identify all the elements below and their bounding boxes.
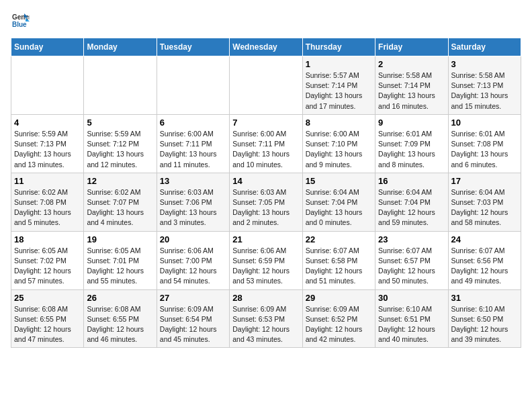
day-number: 2 bbox=[378, 59, 445, 69]
day-number: 19 bbox=[87, 234, 153, 244]
calendar-day-cell: 11Sunrise: 6:02 AM Sunset: 7:08 PM Dayli… bbox=[11, 173, 84, 231]
calendar-day-cell: 13Sunrise: 6:03 AM Sunset: 7:06 PM Dayli… bbox=[157, 173, 229, 231]
calendar-day-cell: 2Sunrise: 5:58 AM Sunset: 7:14 PM Daylig… bbox=[375, 56, 448, 115]
day-info: Sunrise: 6:06 AM Sunset: 6:59 PM Dayligh… bbox=[232, 246, 299, 287]
day-info: Sunrise: 6:07 AM Sunset: 6:57 PM Dayligh… bbox=[378, 246, 445, 287]
calendar-day-cell: 24Sunrise: 6:07 AM Sunset: 6:56 PM Dayli… bbox=[448, 231, 521, 289]
day-number: 4 bbox=[14, 118, 81, 128]
calendar-day-cell: 21Sunrise: 6:06 AM Sunset: 6:59 PM Dayli… bbox=[230, 231, 302, 289]
calendar-day-cell: 16Sunrise: 6:04 AM Sunset: 7:04 PM Dayli… bbox=[375, 173, 448, 231]
calendar-week-row: 11Sunrise: 6:02 AM Sunset: 7:08 PM Dayli… bbox=[11, 173, 521, 231]
day-number: 27 bbox=[160, 293, 226, 303]
calendar-day-cell: 29Sunrise: 6:09 AM Sunset: 6:52 PM Dayli… bbox=[302, 289, 375, 348]
calendar-day-cell: 18Sunrise: 6:05 AM Sunset: 7:02 PM Dayli… bbox=[11, 231, 84, 289]
svg-text:Blue: Blue bbox=[12, 21, 27, 28]
calendar-day-cell: 5Sunrise: 5:59 AM Sunset: 7:12 PM Daylig… bbox=[84, 114, 157, 173]
day-number: 18 bbox=[14, 234, 81, 244]
day-info: Sunrise: 5:58 AM Sunset: 7:14 PM Dayligh… bbox=[378, 71, 445, 111]
day-number: 10 bbox=[451, 118, 518, 128]
calendar-day-cell bbox=[11, 56, 84, 115]
day-number: 1 bbox=[306, 59, 372, 69]
day-info: Sunrise: 6:05 AM Sunset: 7:01 PM Dayligh… bbox=[87, 246, 153, 287]
calendar-week-row: 25Sunrise: 6:08 AM Sunset: 6:55 PM Dayli… bbox=[11, 289, 521, 348]
day-info: Sunrise: 6:00 AM Sunset: 7:10 PM Dayligh… bbox=[306, 129, 372, 170]
day-info: Sunrise: 6:10 AM Sunset: 6:50 PM Dayligh… bbox=[451, 304, 518, 345]
calendar-day-cell: 28Sunrise: 6:09 AM Sunset: 6:53 PM Dayli… bbox=[230, 289, 302, 348]
calendar-day-cell: 27Sunrise: 6:09 AM Sunset: 6:54 PM Dayli… bbox=[157, 289, 229, 348]
calendar-header-cell: Thursday bbox=[302, 38, 375, 56]
calendar-day-cell: 4Sunrise: 5:59 AM Sunset: 7:13 PM Daylig… bbox=[11, 114, 84, 173]
day-info: Sunrise: 5:58 AM Sunset: 7:13 PM Dayligh… bbox=[451, 71, 518, 111]
day-info: Sunrise: 6:02 AM Sunset: 7:08 PM Dayligh… bbox=[14, 187, 81, 228]
calendar-day-cell bbox=[84, 56, 157, 115]
calendar-day-cell: 6Sunrise: 6:00 AM Sunset: 7:11 PM Daylig… bbox=[157, 114, 229, 173]
day-info: Sunrise: 6:00 AM Sunset: 7:11 PM Dayligh… bbox=[160, 129, 226, 170]
calendar-header-cell: Sunday bbox=[11, 38, 84, 56]
day-info: Sunrise: 6:04 AM Sunset: 7:04 PM Dayligh… bbox=[378, 187, 445, 228]
day-info: Sunrise: 6:01 AM Sunset: 7:09 PM Dayligh… bbox=[378, 129, 445, 170]
calendar-day-cell: 31Sunrise: 6:10 AM Sunset: 6:50 PM Dayli… bbox=[448, 289, 521, 348]
logo: General Blue bbox=[11, 11, 32, 30]
day-info: Sunrise: 6:03 AM Sunset: 7:05 PM Dayligh… bbox=[232, 187, 299, 228]
day-number: 17 bbox=[451, 176, 518, 186]
day-number: 24 bbox=[451, 234, 518, 244]
calendar-day-cell bbox=[157, 56, 229, 115]
day-number: 29 bbox=[306, 293, 372, 303]
calendar-header-row: SundayMondayTuesdayWednesdayThursdayFrid… bbox=[11, 38, 521, 56]
day-info: Sunrise: 6:05 AM Sunset: 7:02 PM Dayligh… bbox=[14, 246, 81, 287]
day-number: 11 bbox=[14, 176, 81, 186]
calendar-day-cell: 10Sunrise: 6:01 AM Sunset: 7:08 PM Dayli… bbox=[448, 114, 521, 173]
calendar-day-cell: 15Sunrise: 6:04 AM Sunset: 7:04 PM Dayli… bbox=[302, 173, 375, 231]
day-number: 30 bbox=[378, 293, 445, 303]
calendar-week-row: 4Sunrise: 5:59 AM Sunset: 7:13 PM Daylig… bbox=[11, 114, 521, 173]
day-info: Sunrise: 6:08 AM Sunset: 6:55 PM Dayligh… bbox=[14, 304, 81, 345]
calendar-week-row: 18Sunrise: 6:05 AM Sunset: 7:02 PM Dayli… bbox=[11, 231, 521, 289]
day-number: 21 bbox=[232, 234, 299, 244]
day-info: Sunrise: 6:07 AM Sunset: 6:58 PM Dayligh… bbox=[306, 246, 372, 287]
day-number: 5 bbox=[87, 118, 153, 128]
calendar-day-cell: 8Sunrise: 6:00 AM Sunset: 7:10 PM Daylig… bbox=[302, 114, 375, 173]
day-number: 31 bbox=[451, 293, 518, 303]
calendar-header-cell: Saturday bbox=[448, 38, 521, 56]
day-number: 25 bbox=[14, 293, 81, 303]
calendar-day-cell: 7Sunrise: 6:00 AM Sunset: 7:11 PM Daylig… bbox=[230, 114, 302, 173]
day-number: 26 bbox=[87, 293, 153, 303]
calendar-week-row: 1Sunrise: 5:57 AM Sunset: 7:14 PM Daylig… bbox=[11, 56, 521, 115]
page-header: General Blue bbox=[11, 11, 521, 30]
day-number: 9 bbox=[378, 118, 445, 128]
day-info: Sunrise: 6:04 AM Sunset: 7:03 PM Dayligh… bbox=[451, 187, 518, 228]
calendar-day-cell: 26Sunrise: 6:08 AM Sunset: 6:55 PM Dayli… bbox=[84, 289, 157, 348]
day-number: 22 bbox=[306, 234, 372, 244]
day-number: 7 bbox=[232, 118, 299, 128]
day-info: Sunrise: 5:57 AM Sunset: 7:14 PM Dayligh… bbox=[306, 71, 372, 111]
day-number: 20 bbox=[160, 234, 226, 244]
day-info: Sunrise: 6:07 AM Sunset: 6:56 PM Dayligh… bbox=[451, 246, 518, 287]
day-number: 14 bbox=[232, 176, 299, 186]
day-number: 15 bbox=[306, 176, 372, 186]
day-number: 16 bbox=[378, 176, 445, 186]
day-number: 12 bbox=[87, 176, 153, 186]
day-info: Sunrise: 6:08 AM Sunset: 6:55 PM Dayligh… bbox=[87, 304, 153, 345]
day-info: Sunrise: 6:02 AM Sunset: 7:07 PM Dayligh… bbox=[87, 187, 153, 228]
calendar-day-cell: 14Sunrise: 6:03 AM Sunset: 7:05 PM Dayli… bbox=[230, 173, 302, 231]
calendar-day-cell: 23Sunrise: 6:07 AM Sunset: 6:57 PM Dayli… bbox=[375, 231, 448, 289]
day-info: Sunrise: 6:09 AM Sunset: 6:53 PM Dayligh… bbox=[232, 304, 299, 345]
calendar-day-cell: 22Sunrise: 6:07 AM Sunset: 6:58 PM Dayli… bbox=[302, 231, 375, 289]
calendar-day-cell: 9Sunrise: 6:01 AM Sunset: 7:09 PM Daylig… bbox=[375, 114, 448, 173]
calendar-table: SundayMondayTuesdayWednesdayThursdayFrid… bbox=[11, 38, 521, 348]
day-info: Sunrise: 6:10 AM Sunset: 6:51 PM Dayligh… bbox=[378, 304, 445, 345]
day-info: Sunrise: 6:09 AM Sunset: 6:52 PM Dayligh… bbox=[306, 304, 372, 345]
day-number: 8 bbox=[306, 118, 372, 128]
calendar-day-cell: 20Sunrise: 6:06 AM Sunset: 7:00 PM Dayli… bbox=[157, 231, 229, 289]
calendar-header-cell: Friday bbox=[375, 38, 448, 56]
day-info: Sunrise: 6:04 AM Sunset: 7:04 PM Dayligh… bbox=[306, 187, 372, 228]
calendar-body: 1Sunrise: 5:57 AM Sunset: 7:14 PM Daylig… bbox=[11, 56, 521, 348]
day-number: 28 bbox=[232, 293, 299, 303]
calendar-header-cell: Monday bbox=[84, 38, 157, 56]
calendar-day-cell bbox=[230, 56, 302, 115]
day-info: Sunrise: 6:03 AM Sunset: 7:06 PM Dayligh… bbox=[160, 187, 226, 228]
calendar-header-cell: Tuesday bbox=[157, 38, 229, 56]
calendar-header-cell: Wednesday bbox=[230, 38, 302, 56]
calendar-day-cell: 17Sunrise: 6:04 AM Sunset: 7:03 PM Dayli… bbox=[448, 173, 521, 231]
day-number: 6 bbox=[160, 118, 226, 128]
